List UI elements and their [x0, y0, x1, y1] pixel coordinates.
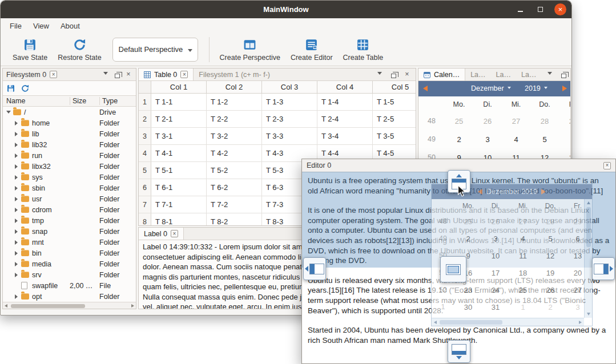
- tree-row[interactable]: run Folder: [3, 150, 136, 161]
- table-cell[interactable]: T 5-1: [151, 162, 207, 179]
- restore-state-button[interactable]: Restore State: [53, 36, 106, 63]
- scroll-left-icon[interactable]: [5, 304, 7, 308]
- table-cell[interactable]: T 6-2: [207, 179, 262, 196]
- calendar-day[interactable]: 6: [559, 135, 571, 144]
- horizontal-scrollbar[interactable]: [3, 302, 136, 309]
- save-icon[interactable]: [6, 84, 15, 93]
- calendar-day[interactable]: 4: [502, 135, 530, 144]
- tab-calendar[interactable]: Calen…: [418, 68, 465, 80]
- calendar-day[interactable]: 2: [445, 135, 473, 144]
- table-cell[interactable]: T 7-1: [151, 196, 207, 213]
- tree-row[interactable]: home Folder: [3, 118, 136, 128]
- filesystem-panel-titlebar[interactable]: Filesystem 0 × ×: [3, 68, 136, 81]
- expander-icon[interactable]: [13, 186, 19, 191]
- table-cell[interactable]: T 8-2: [207, 213, 262, 226]
- table-cell[interactable]: T 8-1: [151, 213, 207, 226]
- column-header[interactable]: Col 4: [317, 81, 373, 93]
- scroll-left-icon[interactable]: [434, 321, 437, 324]
- menu-item[interactable]: About: [55, 20, 86, 32]
- column-header[interactable]: Col 2: [207, 81, 262, 93]
- tree-row[interactable]: cdrom Folder: [3, 204, 136, 215]
- expander-icon[interactable]: [13, 153, 19, 158]
- tabs-menu-button[interactable]: [102, 70, 110, 79]
- tree-row[interactable]: tmp Folder: [3, 215, 136, 226]
- table-cell[interactable]: T 1-2: [207, 94, 262, 110]
- scroll-up-icon[interactable]: [587, 201, 590, 204]
- expander-icon[interactable]: [13, 164, 19, 169]
- tab-label-extra[interactable]: La…: [465, 68, 490, 80]
- expander-icon[interactable]: [13, 208, 19, 212]
- table-cell[interactable]: T 1-1: [151, 94, 207, 110]
- table-cell[interactable]: T 5-2: [207, 162, 262, 179]
- calendar-day[interactable]: 29: [559, 117, 571, 126]
- tree-row[interactable]: srv Folder: [3, 269, 136, 280]
- tree-row[interactable]: snap Folder: [3, 226, 136, 237]
- table-cell[interactable]: T 6-1: [151, 179, 207, 196]
- tab-label-extra[interactable]: La…: [516, 68, 541, 80]
- table-cell[interactable]: T 4-2: [207, 145, 262, 161]
- expander-icon[interactable]: [13, 262, 19, 266]
- perspective-select[interactable]: Default Perspective: [112, 38, 198, 62]
- table-cell[interactable]: T 1-3: [262, 94, 317, 110]
- table-cell[interactable]: T 2-3: [262, 111, 317, 127]
- row-header[interactable]: 8: [139, 213, 151, 226]
- tab-close-button[interactable]: ×: [180, 71, 188, 78]
- tab-filesystem1[interactable]: Filesystem 1 (c+ m- f-): [194, 68, 275, 80]
- table-cell[interactable]: T 2-2: [207, 111, 262, 127]
- row-header[interactable]: 5: [139, 162, 151, 179]
- scrollbar-thumb[interactable]: [440, 320, 502, 325]
- year-select[interactable]: 2019: [525, 84, 547, 92]
- dock-indicator-bottom[interactable]: [448, 340, 470, 363]
- tree-row[interactable]: lib32 Folder: [3, 139, 136, 150]
- table-cell[interactable]: T 4-1: [151, 145, 207, 161]
- undock-button[interactable]: [559, 70, 567, 79]
- expander-icon[interactable]: [13, 121, 19, 126]
- calendar-day[interactable]: 25: [445, 117, 473, 126]
- horizontal-scrollbar[interactable]: [432, 318, 584, 326]
- table-cell[interactable]: T 2-1: [151, 111, 207, 127]
- expander-icon[interactable]: [13, 175, 19, 180]
- tree-row[interactable]: sys Folder: [3, 172, 136, 183]
- undock-button[interactable]: [389, 70, 397, 79]
- column-header-type[interactable]: Type: [99, 97, 136, 105]
- expander-icon[interactable]: [13, 273, 19, 277]
- expander-icon[interactable]: [13, 251, 19, 256]
- row-header[interactable]: 4: [139, 145, 151, 161]
- tab-table0[interactable]: Table 0 ×: [139, 68, 194, 80]
- table-cell[interactable]: T 3-1: [151, 128, 207, 144]
- close-button[interactable]: ×: [554, 3, 566, 15]
- dock-indicator-right[interactable]: [592, 257, 615, 280]
- create-editor-button[interactable]: Create Editor: [285, 36, 338, 63]
- tree-row[interactable]: opt Folder: [3, 291, 136, 302]
- panel-close-button[interactable]: ×: [403, 70, 411, 79]
- table-cell[interactable]: T 2-4: [317, 111, 373, 127]
- next-month-icon[interactable]: [562, 86, 567, 91]
- tab-close-button[interactable]: ×: [171, 230, 178, 237]
- restore-icon[interactable]: [21, 84, 30, 93]
- column-header[interactable]: Col 1: [151, 81, 207, 93]
- row-header[interactable]: 3: [139, 128, 151, 144]
- expander-icon[interactable]: [13, 132, 19, 136]
- column-header[interactable]: Col 5: [373, 81, 416, 93]
- tree-row[interactable]: media Folder: [3, 258, 136, 269]
- tab-label0[interactable]: Label 0 ×: [139, 228, 184, 240]
- titlebar[interactable]: MainWindow ×: [1, 1, 571, 18]
- table-cell[interactable]: T 7-2: [207, 196, 262, 213]
- minimize-button[interactable]: [514, 3, 526, 15]
- tab-close-button[interactable]: ×: [50, 71, 57, 78]
- calendar-day[interactable]: 27: [502, 117, 530, 126]
- table-cell[interactable]: T 3-3: [262, 128, 317, 144]
- prev-month-icon[interactable]: [423, 86, 428, 91]
- calendar-day[interactable]: 26: [473, 117, 502, 126]
- scroll-down-icon[interactable]: [587, 313, 590, 316]
- table-cell[interactable]: T 3-5: [373, 128, 416, 144]
- create-perspective-button[interactable]: Create Perspective: [215, 36, 285, 63]
- expander-icon[interactable]: [13, 240, 19, 245]
- save-state-button[interactable]: Save State: [7, 36, 53, 63]
- table-corner-cell[interactable]: [139, 81, 151, 93]
- menu-item[interactable]: View: [27, 20, 55, 32]
- table-cell[interactable]: T 3-2: [207, 128, 262, 144]
- editor-close-button[interactable]: ×: [603, 162, 611, 169]
- expander-icon[interactable]: [13, 229, 19, 234]
- column-header-name[interactable]: Name: [3, 97, 70, 105]
